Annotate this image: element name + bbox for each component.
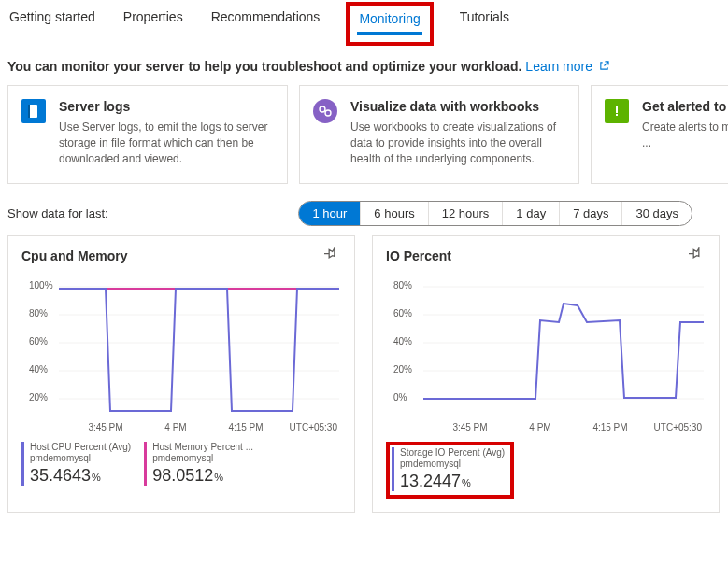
filter-label: Show data for last: <box>7 206 108 220</box>
svg-rect-4 <box>616 106 618 113</box>
pill-12hours[interactable]: 12 hours <box>429 202 504 225</box>
tabs: Getting started Properties Recommendatio… <box>0 0 728 46</box>
learn-more-link[interactable]: Learn more <box>525 59 608 74</box>
alerts-icon <box>605 99 629 123</box>
legend-io-highlighted: Storage IO Percent (Avg) pmdemomysql 13.… <box>386 442 514 499</box>
pin-icon[interactable] <box>689 247 706 264</box>
chart-svg <box>59 277 339 417</box>
card-desc: Use Server logs, to emit the logs to ser… <box>59 120 274 166</box>
cards-row: Server logs Use Server logs, to emit the… <box>0 85 728 184</box>
chart-title: Cpu and Memory <box>21 248 128 263</box>
chart-cpu-memory: Cpu and Memory 100% 80% 60% 40% 20% 3:45… <box>7 235 355 513</box>
chart-svg <box>423 277 704 417</box>
server-logs-icon <box>21 99 46 123</box>
card-server-logs[interactable]: Server logs Use Server logs, to emit the… <box>7 85 288 184</box>
chart-plot: 100% 80% 60% 40% 20% 3:45 PM 4 PM 4:15 P… <box>21 274 341 432</box>
tab-tutorials[interactable]: Tutorials <box>458 6 511 34</box>
pill-6hours[interactable]: 6 hours <box>361 202 428 225</box>
workbooks-icon <box>313 99 337 123</box>
chart-plot: 80% 60% 40% 20% 0% 3:45 PM 4 PM 4:15 PM … <box>386 274 706 432</box>
card-desc: Create alerts to monitor health, usage, … <box>642 120 728 151</box>
pin-icon[interactable] <box>324 247 341 264</box>
card-workbooks[interactable]: Visualize data with workbooks Use workbo… <box>299 85 579 184</box>
svg-point-2 <box>320 106 325 112</box>
charts-row: Cpu and Memory 100% 80% 60% 40% 20% 3:45… <box>0 235 728 524</box>
chart-legend: Storage IO Percent (Avg) pmdemomysql 13.… <box>386 442 706 499</box>
tab-monitoring[interactable]: Monitoring <box>357 7 421 35</box>
chart-io-percent: IO Percent 80% 60% 40% 20% 0% 3:45 PM 4 … <box>372 235 720 513</box>
tab-recommendations[interactable]: Recommendations <box>209 6 322 34</box>
pill-7days[interactable]: 7 days <box>560 202 622 225</box>
legend-memory: Host Memory Percent ... pmdemomysql 98.0… <box>144 442 253 486</box>
card-desc: Use workbooks to create visualizations o… <box>350 120 565 166</box>
pill-1hour[interactable]: 1 hour <box>299 202 361 225</box>
svg-rect-5 <box>616 114 618 116</box>
annotation-highlight-tab: Monitoring <box>346 2 433 46</box>
card-alerts[interactable]: Get alerted to issues Create alerts to m… <box>591 85 728 184</box>
legend-cpu: Host CPU Percent (Avg) pmdemomysql 35.46… <box>21 442 131 486</box>
external-link-icon <box>599 59 609 74</box>
card-title: Get alerted to issues <box>642 99 728 114</box>
chart-title: IO Percent <box>386 248 451 263</box>
tab-getting-started[interactable]: Getting started <box>7 6 97 34</box>
time-filter-row: Show data for last: 1 hour 6 hours 12 ho… <box>0 184 728 235</box>
tab-properties[interactable]: Properties <box>121 6 185 34</box>
intro-bold: You can monitor your server to help you … <box>7 59 521 74</box>
chart-legend: Host CPU Percent (Avg) pmdemomysql 35.46… <box>21 442 341 486</box>
svg-point-3 <box>325 110 331 116</box>
svg-rect-1 <box>28 105 30 118</box>
card-title: Server logs <box>59 99 274 114</box>
pill-30days[interactable]: 30 days <box>622 202 692 225</box>
time-range-group: 1 hour 6 hours 12 hours 1 day 7 days 30 … <box>298 201 692 226</box>
card-title: Visualize data with workbooks <box>350 99 565 114</box>
pill-1day[interactable]: 1 day <box>503 202 560 225</box>
intro-text: You can monitor your server to help you … <box>0 46 728 85</box>
